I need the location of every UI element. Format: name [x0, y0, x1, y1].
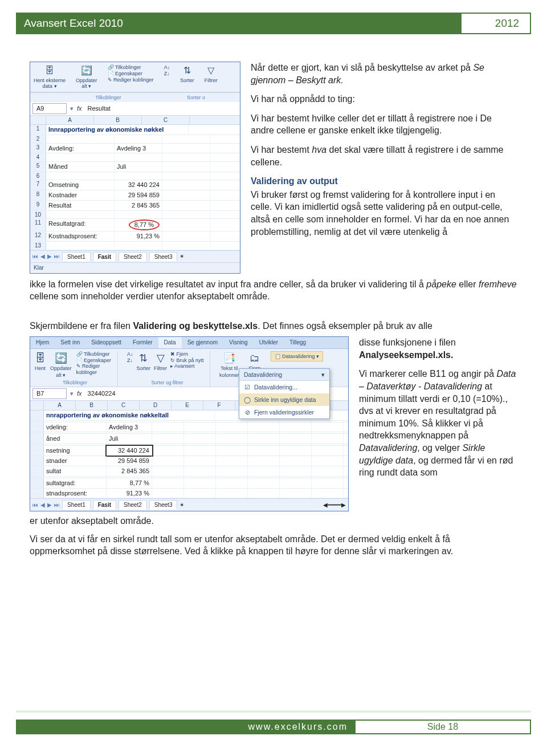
tab-utvikler[interactable]: Utvikler	[254, 337, 284, 348]
ribbon-oppdater[interactable]: 🔄 Oppdateralt ▾	[76, 64, 97, 90]
cell[interactable]	[248, 446, 280, 456]
tab-tillegg[interactable]: Tillegg	[284, 337, 312, 348]
cell[interactable]	[107, 421, 152, 422]
row-header[interactable]: 10	[30, 211, 46, 219]
col-c[interactable]: C	[142, 116, 190, 125]
cell[interactable]	[152, 432, 184, 433]
cell[interactable]	[312, 422, 344, 432]
cell[interactable]	[280, 432, 312, 433]
cell[interactable]	[162, 211, 210, 219]
cell[interactable]: Innrapportering av økonomiske nøkkel	[46, 125, 189, 135]
cell[interactable]	[44, 432, 107, 433]
cell[interactable]	[216, 456, 248, 466]
cell[interactable]	[162, 180, 210, 190]
row-header[interactable]	[30, 432, 44, 433]
cell[interactable]	[216, 477, 248, 478]
cell[interactable]	[280, 444, 312, 445]
tab-nav-next-icon[interactable]: ▶	[47, 253, 52, 261]
cell[interactable]: Juli	[115, 162, 162, 172]
text-to-columns-icon[interactable]: 📑	[219, 351, 239, 365]
menu-fjern-sirkler[interactable]: ⊘Fjern valideringssirkler	[239, 406, 329, 418]
cell[interactable]	[152, 489, 184, 498]
row-header[interactable]: 11	[30, 219, 46, 231]
tab[interactable]: Sheet3	[149, 500, 178, 510]
cell[interactable]	[44, 421, 107, 422]
cell[interactable]	[216, 422, 248, 432]
cell[interactable]	[162, 219, 210, 231]
cell[interactable]	[184, 478, 216, 488]
fx-icon[interactable]: fx	[77, 389, 82, 398]
cell[interactable]	[162, 172, 210, 180]
cell[interactable]	[152, 444, 184, 445]
row-header[interactable]	[30, 456, 44, 466]
cell[interactable]	[280, 446, 312, 456]
row-header[interactable]	[30, 410, 44, 420]
cell[interactable]: Kostnader	[46, 190, 115, 200]
cell[interactable]: nsetning	[44, 446, 107, 456]
cell[interactable]	[312, 432, 344, 433]
cell[interactable]: åned	[44, 434, 107, 444]
cell[interactable]	[280, 477, 312, 478]
row-header[interactable]	[30, 434, 44, 444]
cell[interactable]	[312, 421, 344, 422]
cell[interactable]	[152, 466, 184, 476]
cell[interactable]: Resultatgrad:	[46, 219, 115, 231]
tab-data[interactable]: Data	[158, 337, 182, 348]
cell[interactable]	[280, 422, 312, 432]
tab-sheet2[interactable]: Sheet2	[119, 252, 147, 262]
tab-sheet3[interactable]: Sheet3	[149, 252, 178, 262]
cell[interactable]	[152, 434, 184, 444]
cell[interactable]	[312, 456, 344, 466]
cell[interactable]	[107, 477, 152, 478]
row-header[interactable]: 6	[30, 172, 46, 180]
fx-icon[interactable]: fx	[77, 104, 82, 113]
cell[interactable]: 29 594 859	[115, 190, 162, 200]
filter-icon[interactable]: ▽	[154, 351, 167, 365]
r-tilkoblinger[interactable]: 🔗 Tilkoblinger	[76, 351, 113, 357]
cell[interactable]	[216, 446, 248, 456]
col[interactable]: B	[76, 401, 108, 410]
sort-icon[interactable]: ⇅	[137, 351, 151, 365]
cell[interactable]	[216, 489, 248, 498]
cell[interactable]	[115, 135, 162, 143]
cell[interactable]: Resultat	[46, 201, 115, 210]
cell[interactable]	[216, 434, 248, 444]
cell[interactable]	[184, 466, 216, 476]
row-header[interactable]: 12	[30, 231, 46, 241]
tab-sheet1[interactable]: Sheet1	[62, 252, 91, 262]
ribbon-tilkoblinger[interactable]: 🔗 Tilkoblinger	[108, 64, 154, 71]
cell[interactable]	[184, 421, 216, 422]
cell[interactable]	[312, 477, 344, 478]
cell[interactable]	[162, 231, 210, 241]
cell[interactable]	[44, 477, 107, 478]
cell[interactable]	[184, 456, 216, 466]
tab[interactable]: Fasit	[93, 500, 116, 510]
row-header[interactable]	[30, 489, 44, 498]
cell[interactable]	[312, 489, 344, 498]
cell[interactable]	[162, 153, 210, 161]
cell[interactable]: nnrapportering av økonomiske nøkkeltall	[44, 410, 215, 420]
tab-nav-last-icon[interactable]: ⏭	[54, 253, 60, 261]
cell[interactable]	[184, 432, 216, 433]
cell[interactable]: 29 594 859	[107, 456, 152, 466]
ribbon-filtrer[interactable]: ▽ Filtrer	[205, 64, 218, 84]
cell[interactable]	[162, 201, 210, 210]
cell[interactable]: Avdeling:	[46, 144, 115, 153]
cell[interactable]: Kostnadsprosent:	[46, 231, 115, 241]
menu-sirkle-ugyldige[interactable]: ◯Sirkle inn ugyldige data	[239, 393, 329, 406]
cell[interactable]: vdeling:	[44, 422, 107, 432]
cell[interactable]	[312, 478, 344, 488]
row-header[interactable]: 2	[30, 135, 46, 143]
tab-settinn[interactable]: Sett inn	[55, 337, 85, 348]
cell[interactable]	[248, 432, 280, 433]
cell[interactable]	[162, 144, 210, 153]
cell[interactable]	[184, 489, 216, 498]
select-all-corner[interactable]	[30, 116, 46, 125]
col[interactable]: A	[44, 401, 76, 410]
cell[interactable]	[152, 422, 184, 432]
cell[interactable]	[115, 242, 162, 250]
tab[interactable]: Sheet1	[62, 500, 91, 510]
cell[interactable]: stnadsprosent:	[44, 489, 107, 498]
row-header[interactable]	[30, 478, 44, 488]
cell[interactable]	[248, 421, 280, 422]
